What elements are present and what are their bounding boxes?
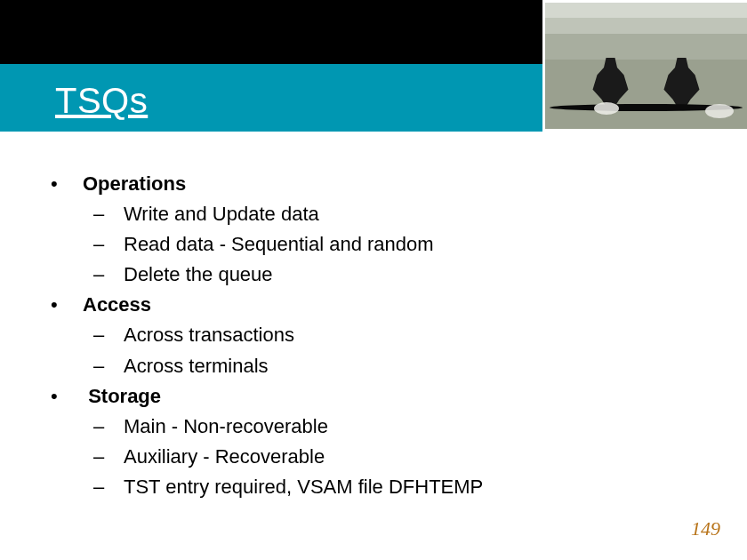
rower-silhouette — [660, 58, 704, 107]
sub-item: – Write and Update data — [49, 199, 711, 229]
bullet-marker: • — [49, 169, 83, 199]
water-splash — [594, 102, 619, 115]
bullet-access: • Access — [49, 290, 711, 320]
sub-text: Main - Non-recoverable — [124, 412, 328, 442]
bullet-label: Access — [83, 290, 151, 320]
sub-item: – Read data - Sequential and random — [49, 229, 711, 260]
sub-text: Read data - Sequential and random — [124, 229, 434, 260]
sub-item: – Main - Non-recoverable — [49, 412, 711, 442]
bullet-marker: • — [49, 290, 83, 320]
bullet-label: Operations — [83, 169, 186, 199]
sub-item: – Across terminals — [49, 351, 711, 381]
dash-marker: – — [93, 199, 124, 229]
header-image — [542, 0, 747, 132]
rower-silhouette — [589, 58, 633, 107]
dash-marker: – — [93, 260, 124, 290]
dash-marker: – — [93, 442, 124, 472]
bullet-operations: • Operations — [49, 169, 711, 199]
bullet-marker: • — [49, 381, 83, 412]
slide-content: • Operations – Write and Update data – R… — [0, 137, 747, 502]
sub-text: TST entry required, VSAM file DFHTEMP — [124, 472, 483, 502]
sub-text: Across terminals — [124, 351, 269, 381]
bullet-label: Storage — [88, 381, 161, 412]
sub-item: – Across transactions — [49, 320, 711, 350]
dash-marker: – — [93, 472, 124, 502]
dash-marker: – — [93, 229, 124, 260]
dash-marker: – — [93, 320, 124, 350]
sub-text: Write and Update data — [124, 199, 319, 229]
slide-title: TSQs — [55, 81, 148, 121]
water-splash — [705, 104, 734, 118]
header-divider — [0, 132, 747, 137]
sub-text: Across transactions — [124, 320, 294, 350]
sub-text: Auxiliary - Recoverable — [124, 442, 325, 472]
dash-marker: – — [93, 412, 124, 442]
bullet-storage: • Storage — [49, 381, 711, 412]
sub-item: – Auxiliary - Recoverable — [49, 442, 711, 472]
page-number: 149 — [691, 517, 720, 540]
dash-marker: – — [93, 351, 124, 381]
sub-item: – Delete the queue — [49, 260, 711, 290]
sub-text: Delete the queue — [124, 260, 273, 290]
sub-item: – TST entry required, VSAM file DFHTEMP — [49, 472, 711, 502]
